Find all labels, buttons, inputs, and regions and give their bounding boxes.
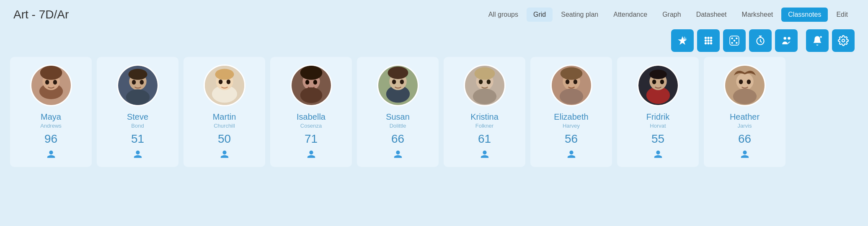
students-grid: MayaAndrews96 SteveBond51 MartinChurchil… [0, 57, 868, 177]
svg-point-8 [710, 42, 712, 44]
svg-point-16 [784, 37, 787, 40]
student-profile-icon[interactable] [307, 150, 316, 161]
student-avatar-steve [117, 64, 159, 106]
student-avatar-elizabeth [550, 64, 592, 106]
stars-button[interactable] [671, 29, 694, 52]
svg-point-59 [565, 80, 569, 84]
nav-tab-datasheet[interactable]: Datasheet [690, 8, 734, 22]
student-first-name: Fridrik [646, 112, 670, 122]
nav-tabs: All groupsGridSeating planAttendanceGrap… [482, 8, 855, 22]
student-score: 71 [305, 132, 318, 146]
grid-view-button[interactable] [697, 29, 720, 52]
svg-point-71 [739, 80, 742, 84]
svg-point-41 [305, 80, 309, 85]
student-first-name: Heather [730, 112, 760, 122]
student-score: 56 [565, 132, 578, 146]
svg-point-7 [707, 42, 709, 44]
student-profile-icon[interactable] [393, 150, 403, 161]
timer-button[interactable] [749, 29, 772, 52]
notification-button[interactable] [806, 29, 829, 52]
student-card-elizabeth[interactable]: ElizabethHarvey56 [530, 57, 612, 167]
svg-point-20 [842, 39, 845, 42]
svg-point-73 [733, 89, 756, 105]
student-first-name: Steve [127, 112, 148, 122]
student-first-name: Susan [386, 112, 410, 122]
nav-tab-attendance[interactable]: Attendance [607, 8, 654, 22]
student-avatar-kristina [464, 64, 506, 106]
svg-point-31 [128, 69, 147, 80]
svg-point-11 [736, 37, 737, 39]
svg-point-44 [300, 87, 322, 103]
student-score: 66 [391, 132, 404, 146]
student-card-kristina[interactable]: KristinaFolkner61 [444, 57, 525, 167]
student-last-name: Churchill [214, 123, 235, 129]
student-card-fridrik[interactable]: FridrikHorvat55 [617, 57, 699, 167]
svg-point-17 [788, 37, 790, 40]
svg-point-62 [559, 89, 583, 105]
svg-point-67 [660, 80, 664, 84]
svg-point-72 [747, 80, 750, 84]
svg-point-61 [560, 67, 582, 80]
dice-button[interactable] [723, 29, 746, 52]
student-last-name: Horvat [650, 123, 666, 129]
svg-point-6 [705, 42, 707, 44]
nav-tab-marksheet[interactable]: Marksheet [735, 8, 780, 22]
student-profile-icon[interactable] [220, 150, 229, 161]
svg-point-68 [649, 69, 666, 79]
groups-button[interactable] [775, 29, 798, 52]
student-avatar-martin [204, 64, 245, 106]
nav-tab-graph[interactable]: Graph [656, 8, 687, 22]
svg-point-25 [53, 80, 57, 85]
student-avatar-susan [377, 64, 419, 106]
svg-point-36 [218, 80, 222, 84]
student-first-name: Kristina [470, 112, 499, 122]
nav-tab-edit[interactable]: Edit [829, 8, 855, 22]
student-card-martin[interactable]: MartinChurchill50 [183, 57, 265, 167]
svg-point-38 [215, 69, 234, 80]
student-score: 61 [478, 132, 491, 146]
student-profile-icon[interactable] [740, 150, 749, 161]
nav-tab-all-groups[interactable]: All groups [482, 8, 525, 22]
student-score: 96 [44, 132, 57, 146]
svg-point-4 [707, 39, 709, 41]
student-last-name: Jarvis [738, 123, 752, 129]
student-profile-icon[interactable] [46, 150, 56, 161]
toolbar [0, 26, 868, 57]
student-first-name: Martin [213, 112, 236, 122]
svg-point-2 [710, 37, 712, 39]
student-card-isabella[interactable]: IsabellaCosenza71 [270, 57, 352, 167]
svg-point-3 [705, 39, 707, 41]
student-first-name: Elizabeth [554, 112, 588, 122]
svg-point-56 [473, 89, 496, 105]
student-card-steve[interactable]: SteveBond51 [97, 57, 178, 167]
svg-point-24 [45, 80, 49, 85]
student-profile-icon[interactable] [567, 150, 576, 161]
svg-point-32 [126, 89, 149, 105]
student-avatar-fridrik [637, 64, 679, 106]
student-avatar-maya [30, 64, 72, 106]
student-last-name: Cosenza [300, 123, 322, 129]
student-first-name: Isabella [297, 112, 326, 122]
student-card-heather[interactable]: HeatherJarvis66 [704, 57, 785, 167]
nav-tab-seating-plan[interactable]: Seating plan [554, 8, 605, 22]
student-profile-icon[interactable] [133, 150, 142, 161]
nav-tab-grid[interactable]: Grid [527, 8, 553, 22]
student-card-susan[interactable]: SusanDolittle66 [357, 57, 439, 167]
svg-point-1 [707, 37, 709, 39]
student-card-maya[interactable]: MayaAndrews96 [10, 57, 92, 167]
student-score: 55 [651, 132, 664, 146]
settings-button[interactable] [832, 29, 855, 52]
svg-point-10 [731, 37, 733, 39]
svg-point-43 [300, 66, 322, 80]
student-last-name: Folkner [475, 123, 493, 129]
svg-point-70 [736, 73, 753, 90]
student-profile-icon[interactable] [480, 150, 489, 161]
svg-point-0 [705, 37, 707, 39]
svg-point-60 [573, 80, 577, 84]
student-profile-icon[interactable] [654, 150, 663, 161]
student-last-name: Bond [131, 123, 144, 129]
student-last-name: Dolittle [390, 123, 406, 129]
svg-point-37 [226, 80, 230, 84]
nav-tab-classnotes[interactable]: Classnotes [781, 8, 828, 22]
page-title: Art - 7D/Ar [13, 8, 69, 21]
